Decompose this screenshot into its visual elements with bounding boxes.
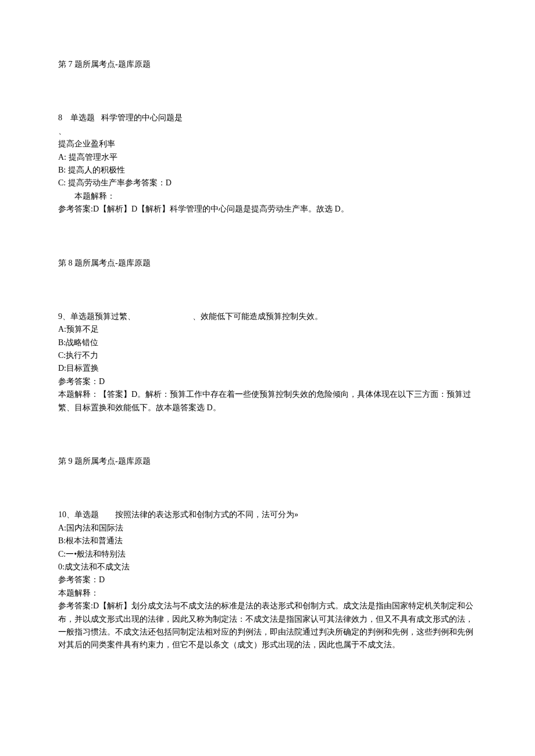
question-8-option-b: A: 提高管理水平 — [58, 151, 477, 164]
question-10-option-c: C:一•般法和特别法 — [58, 548, 477, 561]
question-8-option-c-text: 提高人的积极性 — [66, 166, 125, 174]
question-8-option-d: C: 提高劳动生产率参考答案：D — [58, 177, 477, 189]
question-9-option-b: B:战略错位 — [58, 336, 477, 349]
question-8-source: 第 8 题所属考点-题库原题 — [58, 257, 477, 270]
question-8-option-b-prefix: A: — [58, 153, 66, 162]
question-9-header-lead: 9、单选题预算过繁、 — [58, 312, 135, 321]
question-8-header: 8 单选题 科学管理的中心问题是 — [58, 112, 477, 124]
question-10-header: 10、单选题 按照法律的表达形式和创制方式的不同，法可分为» — [58, 508, 477, 521]
question-9-option-d: D:目标置换 — [58, 362, 477, 375]
question-10-explain-label: 本题解释： — [58, 587, 477, 600]
question-8-option-b-text: 提高管理水平 — [66, 153, 117, 162]
question-8-option-d-prefix: C: — [58, 178, 66, 187]
question-8-text: 科学管理的中心问题是 — [101, 113, 183, 122]
question-10-option-d: 0:成文法和不成文法 — [58, 561, 477, 574]
question-9-option-c: C:执行不力 — [58, 349, 477, 362]
question-8-reference-answer: 参考答案:D【解析】D【解析】科学管理的中心问题是提高劳动生产率。故选 D。 — [58, 203, 477, 216]
question-9-header: 9、单选题预算过繁、、效能低下可能造成预算控制失效。 — [58, 310, 477, 323]
question-8-type: 单选题 — [70, 113, 95, 122]
question-8-option-d-text: 提高劳动生产率参考答案：D — [66, 178, 172, 187]
question-8-option-c-prefix: B: — [58, 166, 66, 174]
question-8-number: 8 — [58, 113, 62, 122]
question-9-header-tail: 、效能低下可能造成预算控制失效。 — [192, 312, 323, 321]
question-9-option-a: A:预算不足 — [58, 323, 477, 336]
question-8-option-a-text: 提高企业盈利率 — [58, 138, 477, 151]
question-9-explain: 本题解释：【答案】D。解析：预算工作中存在着一些使预算控制失效的危险倾向，具体体… — [58, 388, 477, 414]
question-7-source: 第 7 题所属考点-题库原题 — [58, 58, 477, 71]
question-8-option-c: B: 提高人的积极性 — [58, 164, 477, 177]
question-8-punct: 、 — [58, 125, 477, 138]
question-10-explain: 参考答案:D【解析】划分成文法与不成文法的标准是法的表达形式和创制方式。成文法是… — [58, 600, 477, 652]
question-10-option-a: A:国内法和国际法 — [58, 522, 477, 535]
question-8-explain-label: 本题解释： — [58, 190, 477, 203]
question-10-reference-answer: 参考答案：D — [58, 574, 477, 586]
question-10-option-b: B:根本法和普通法 — [58, 535, 477, 547]
question-9-reference-answer: 参考答案：D — [58, 375, 477, 388]
question-9-source: 第 9 题所属考点-题库原题 — [58, 455, 477, 468]
